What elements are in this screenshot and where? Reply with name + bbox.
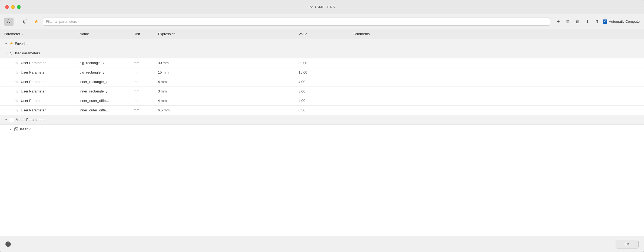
param-cell: ☆ User Parameter [0,68,76,77]
info-icon: i [8,242,8,246]
column-header-parameter: Parameter ▾ [0,29,76,39]
minimize-button[interactable] [11,5,15,9]
table-row: ☆ User Parameter inner_outer_diffe… mm 6… [0,105,644,115]
row-comments [349,68,644,77]
section-user-parameters: fx User Parameters [0,48,644,58]
row-unit: mm [130,87,154,96]
window-title: PARAMETERS [309,5,336,9]
row-unit: mm [130,58,154,68]
row-unit: mm [130,77,154,87]
param-cell: ☆ User Parameter [0,96,76,105]
section-user-parameters-cell: fx User Parameters [0,48,644,58]
row-expression: 30 mm [154,58,295,68]
auto-compute-label: Automatic Compute [609,19,640,24]
user-params-label: User Parameters [14,51,40,55]
favorites-label: Favorites [15,42,29,46]
import-icon: ⬇ [586,19,589,24]
section-favorites-cell: ★ Favorites [0,39,644,48]
fx-button[interactable]: fx [4,18,14,26]
auto-compute-checkbox[interactable] [603,19,607,24]
row-name: inner_rectangle_x [76,77,130,87]
import-button[interactable]: ⬇ [583,18,592,26]
user-params-chevron[interactable] [4,51,8,55]
row-comments [349,87,644,96]
fx2-icon: fx2 [23,19,26,24]
row-star-icon[interactable]: ☆ [15,70,19,75]
row-value: 15.00 [295,68,349,77]
fx2-button[interactable]: fx2 [20,18,29,26]
section-model-parameters: Model Parameters [0,115,644,124]
fx-icon: fx [7,18,11,24]
row-expression: 4 mm [154,77,295,87]
column-header-name: Name [76,29,130,39]
delete-icon: 🗑 [576,19,580,24]
laser-icon [14,127,18,131]
favorites-star-icon: ★ [10,41,13,46]
row-comments [349,58,644,68]
row-param-label: User Parameter [21,108,46,112]
copy-icon: ⧉ [566,19,569,24]
row-value: 4.00 [295,77,349,87]
toolbar: fx fx2 ★ + ⧉ 🗑 ⬇ ⬆ [0,14,644,29]
toolbar-right: + ⧉ 🗑 ⬇ ⬆ Automatic Compute [554,18,640,26]
param-cell: ☆ User Parameter [0,58,76,68]
row-param-label: User Parameter [21,80,46,84]
row-unit: mm [130,96,154,105]
row-expression: 3 mm [154,87,295,96]
row-param-label: User Parameter [21,61,46,65]
model-params-label: Model Parameters [16,118,44,122]
star-favorite-icon: ★ [34,19,38,24]
table-row: ☆ User Parameter big_rectangle_x mm 30 m… [0,58,644,68]
copy-parameter-button[interactable]: ⧉ [564,18,572,26]
toolbar-divider-1 [17,18,17,25]
row-param-label: User Parameter [21,89,46,93]
main-window: PARAMETERS fx fx2 ★ + ⧉ 🗑 ⬇ [0,0,644,252]
row-name: inner_outer_diffe… [76,105,130,115]
table-row-laser-v5: laser v5 [0,124,644,134]
add-icon: + [557,19,560,24]
laser-v5-chevron[interactable] [8,127,12,131]
star-button[interactable]: ★ [32,18,41,26]
model-params-chevron[interactable] [4,118,8,122]
row-param-label: User Parameter [21,70,46,74]
column-header-expression: Expression [154,29,295,39]
traffic-lights [5,5,21,9]
row-star-icon[interactable]: ☆ [15,99,19,103]
laser-v5-label: laser v5 [20,127,32,131]
laser-v5-cell: laser v5 [0,124,76,134]
add-parameter-button[interactable]: + [554,18,562,26]
column-header-unit: Unit [130,29,154,39]
titlebar: PARAMETERS [0,0,644,14]
row-comments [349,105,644,115]
param-cell: ☆ User Parameter [0,87,76,96]
ok-button[interactable]: OK [616,240,639,248]
row-value: 4.00 [295,96,349,105]
table-header-row: Parameter ▾ Name Unit Expression Value C… [0,29,644,39]
row-star-icon[interactable]: ☆ [15,108,19,112]
delete-parameter-button[interactable]: 🗑 [574,18,582,26]
section-favorites: ★ Favorites [0,39,644,48]
model-params-icon [10,118,14,122]
filter-input[interactable] [43,18,550,26]
row-unit: mm [130,105,154,115]
column-header-value: Value [295,29,349,39]
row-name: inner_outer_diffe… [76,96,130,105]
auto-compute-toggle: Automatic Compute [603,19,640,24]
table-row: ☆ User Parameter big_rectangle_y mm 15 m… [0,68,644,77]
table-row: ☆ User Parameter inner_rectangle_x mm 4 … [0,77,644,87]
maximize-button[interactable] [17,5,21,9]
row-expression: 15 mm [154,68,295,77]
row-star-icon[interactable]: ☆ [15,61,19,65]
column-header-comments: Comments [349,29,644,39]
sort-icon: ▾ [22,33,24,36]
row-expression: 4 mm [154,96,295,105]
table-row: ☆ User Parameter inner_rectangle_y mm 3 … [0,87,644,96]
favorites-chevron[interactable] [4,41,8,46]
close-button[interactable] [5,5,9,9]
row-star-icon[interactable]: ☆ [15,80,19,84]
info-button[interactable]: i [5,241,11,247]
row-star-icon[interactable]: ☆ [15,89,19,94]
param-cell: ☆ User Parameter [0,105,76,115]
row-value: 30.00 [295,58,349,68]
export-button[interactable]: ⬆ [593,18,601,26]
